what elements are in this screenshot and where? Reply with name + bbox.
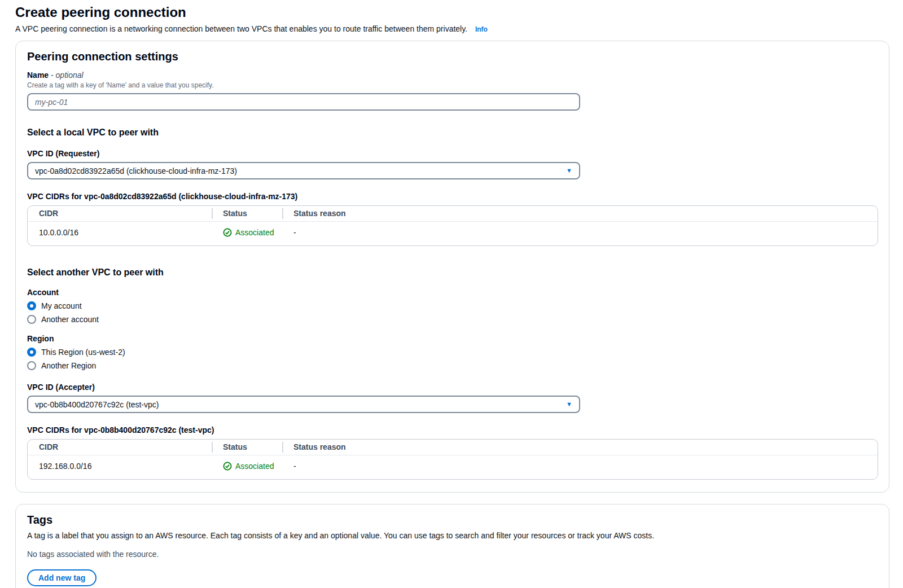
radio-unselected-icon[interactable]: [27, 315, 36, 324]
accepter-cidr-table: CIDR Status Status reason 192.168.0.0/16…: [27, 439, 878, 480]
success-check-icon: [223, 462, 232, 471]
name-optional-hint: - optional: [51, 71, 84, 80]
tags-empty-text: No tags associated with the resource.: [27, 550, 878, 559]
requester-cidrs-label: VPC CIDRs for vpc-0a8d02cd83922a65d (cli…: [27, 192, 878, 201]
status-cell: Associated: [212, 222, 282, 245]
chevron-down-icon: ▼: [566, 401, 572, 407]
vpc-id-accepter-select[interactable]: vpc-0b8b400d20767c92c (test-vpc) ▼: [27, 396, 580, 413]
column-header-cidr: CIDR: [28, 440, 212, 455]
name-input[interactable]: [27, 93, 580, 111]
column-header-cidr: CIDR: [28, 206, 212, 221]
radio-label: Another account: [41, 315, 99, 324]
page-description-text: A VPC peering connection is a networking…: [15, 24, 467, 33]
radio-option-this-region[interactable]: This Region (us-west-2): [27, 348, 125, 357]
status-reason-cell: -: [282, 455, 878, 479]
table-header-row: CIDR Status Status reason: [28, 206, 878, 222]
vpc-id-requester-select[interactable]: vpc-0a8d02cd83922a65d (clickhouse-cloud-…: [27, 162, 580, 179]
status-text: Associated: [235, 228, 274, 237]
vpc-id-requester-label: VPC ID (Requester): [27, 149, 878, 158]
success-check-icon: [223, 228, 232, 237]
vpc-id-accepter-value: vpc-0b8b400d20767c92c (test-vpc): [35, 400, 159, 409]
other-vpc-heading: Select another VPC to peer with: [27, 267, 878, 278]
page-title: Create peering connection: [15, 5, 889, 20]
radio-selected-icon[interactable]: [27, 301, 36, 310]
peering-connection-settings-card: Peering connection settings Name - optio…: [15, 41, 889, 493]
vpc-id-accepter-label: VPC ID (Accepter): [27, 383, 878, 392]
table-row: 192.168.0.0/16 Associated -: [28, 455, 878, 479]
accepter-cidrs-label: VPC CIDRs for vpc-0b8b400d20767c92c (tes…: [27, 425, 878, 435]
tags-description: A tag is a label that you assign to an A…: [27, 531, 878, 540]
status-text: Associated: [235, 462, 274, 471]
radio-unselected-icon[interactable]: [27, 361, 36, 370]
region-label: Region: [27, 334, 878, 343]
create-peering-connection-page: Create peering connection A VPC peering …: [0, 0, 903, 588]
table-header-row: CIDR Status Status reason: [28, 440, 878, 455]
settings-heading: Peering connection settings: [27, 50, 878, 63]
radio-option-another-account[interactable]: Another account: [27, 315, 99, 324]
page-description: A VPC peering connection is a networking…: [15, 24, 889, 33]
tags-heading: Tags: [27, 514, 878, 526]
cidr-cell: 10.0.0.0/16: [28, 222, 212, 245]
add-new-tag-button[interactable]: Add new tag: [27, 569, 97, 586]
radio-option-my-account[interactable]: My account: [27, 301, 82, 310]
table-row: 10.0.0.0/16 Associated -: [28, 222, 878, 245]
tags-card: Tags A tag is a label that you assign to…: [15, 504, 889, 588]
name-label: Name - optional: [27, 71, 878, 80]
column-header-status-reason: Status reason: [282, 440, 878, 455]
column-header-status: Status: [212, 206, 282, 221]
local-vpc-heading: Select a local VPC to peer with: [27, 128, 878, 138]
chevron-down-icon: ▼: [566, 168, 572, 174]
radio-selected-icon[interactable]: [27, 348, 36, 357]
radio-label: This Region (us-west-2): [41, 348, 125, 357]
column-header-status-reason: Status reason: [282, 206, 878, 221]
status-cell: Associated: [212, 455, 282, 479]
vpc-id-requester-value: vpc-0a8d02cd83922a65d (clickhouse-cloud-…: [35, 166, 237, 175]
name-help-text: Create a tag with a key of 'Name' and a …: [27, 81, 878, 89]
column-header-status: Status: [212, 440, 282, 455]
account-label: Account: [27, 288, 878, 297]
radio-label: My account: [41, 301, 82, 310]
requester-cidr-table: CIDR Status Status reason 10.0.0.0/16 As…: [27, 205, 878, 246]
cidr-cell: 192.168.0.0/16: [28, 455, 212, 479]
info-link[interactable]: Info: [475, 25, 488, 33]
radio-label: Another Region: [41, 361, 96, 370]
status-reason-cell: -: [282, 222, 878, 245]
radio-option-another-region[interactable]: Another Region: [27, 361, 96, 370]
